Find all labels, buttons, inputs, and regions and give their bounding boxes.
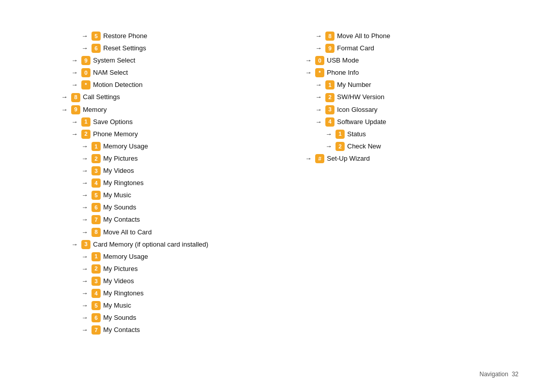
menu-badge: 1 [92, 142, 101, 151]
menu-badge: 6 [92, 203, 101, 212]
menu-badge: 2 [81, 130, 90, 139]
menu-label: My Number [337, 79, 371, 91]
arrow-icon: → [315, 43, 322, 54]
menu-badge: 6 [92, 313, 101, 322]
arrow-icon: → [81, 324, 88, 336]
menu-label: My Sounds [103, 202, 136, 213]
menu-badge: 3 [325, 105, 334, 114]
list-item: →9Memory [61, 104, 274, 115]
menu-label: Icon Glossary [337, 104, 377, 115]
arrow-icon: → [305, 153, 312, 164]
menu-label: Format Card [337, 43, 374, 54]
menu-badge: 8 [71, 93, 80, 102]
arrow-icon: → [81, 177, 88, 189]
menu-badge: 4 [325, 117, 334, 127]
arrow-icon: → [315, 92, 322, 103]
menu-label: Memory [83, 104, 107, 115]
menu-badge: 3 [92, 166, 101, 175]
list-item: →0NAM Select [61, 67, 274, 78]
arrow-icon: → [71, 116, 78, 128]
menu-label: My Ringtones [103, 288, 143, 299]
list-item: →1Memory Usage [61, 251, 274, 262]
list-item: →9Format Card [305, 43, 518, 54]
arrow-icon: → [61, 104, 68, 115]
arrow-icon: → [325, 129, 332, 140]
list-item: →5My Music [61, 300, 274, 311]
menu-label: USB Mode [327, 55, 359, 66]
menu-badge: 1 [336, 130, 345, 139]
arrow-icon: → [81, 288, 88, 299]
menu-badge: 4 [92, 178, 101, 188]
menu-badge: 8 [92, 228, 101, 237]
menu-label: Motion Detection [93, 79, 143, 91]
arrow-icon: → [81, 202, 88, 213]
menu-badge: * [81, 80, 90, 89]
menu-badge: 5 [92, 32, 101, 41]
list-item: →1Memory Usage [61, 141, 274, 152]
menu-label: Software Update [337, 116, 386, 128]
menu-label: Reset Settings [103, 43, 146, 54]
menu-label: Phone Info [327, 67, 359, 78]
list-item: →#Set-Up Wizard [305, 153, 518, 164]
menu-badge: 9 [325, 44, 334, 53]
arrow-icon: → [81, 300, 88, 311]
menu-label: My Music [103, 190, 131, 201]
menu-badge: 7 [92, 215, 101, 224]
arrow-icon: → [81, 214, 88, 225]
menu-badge: 6 [92, 44, 101, 53]
menu-label: Move All to Phone [337, 31, 390, 42]
list-item: →8Move All to Phone [305, 31, 518, 42]
list-item: →6Reset Settings [61, 43, 274, 54]
menu-badge: 1 [81, 117, 90, 127]
menu-label: Memory Usage [103, 141, 148, 152]
menu-badge: 9 [71, 105, 80, 114]
arrow-icon: → [71, 67, 78, 78]
menu-badge: 0 [315, 56, 324, 65]
arrow-icon: → [81, 43, 88, 54]
arrow-icon: → [71, 239, 78, 250]
menu-label: Call Settings [83, 92, 120, 103]
arrow-icon: → [315, 31, 322, 42]
list-item: →4Software Update [305, 116, 518, 128]
arrow-icon: → [81, 141, 88, 152]
page-content: →5Restore Phone→6Reset Settings→9System … [0, 0, 549, 392]
menu-badge: 2 [325, 93, 334, 102]
list-item: →5My Music [61, 190, 274, 201]
menu-label: Restore Phone [103, 31, 147, 42]
arrow-icon: → [71, 129, 78, 140]
list-item: →1Status [305, 129, 518, 140]
list-item: →1Save Options [61, 116, 274, 128]
menu-label: Set-Up Wizard [327, 153, 370, 164]
menu-label: Card Memory (if optional card installed) [93, 239, 208, 250]
list-item: →4My Ringtones [61, 177, 274, 189]
arrow-icon: → [81, 190, 88, 201]
menu-badge: * [315, 68, 324, 77]
menu-label: My Contacts [103, 324, 140, 336]
arrow-icon: → [315, 104, 322, 115]
list-item: →6My Sounds [61, 202, 274, 213]
arrow-icon: → [81, 312, 88, 323]
list-item: →8Move All to Card [61, 227, 274, 238]
footer: Navigation 32 [479, 371, 518, 378]
menu-label: My Videos [103, 165, 134, 176]
menu-label: My Contacts [103, 214, 140, 225]
menu-badge: 2 [336, 142, 345, 151]
menu-label: SW/HW Version [337, 92, 384, 103]
list-item: →8Call Settings [61, 92, 274, 103]
arrow-icon: → [315, 116, 322, 128]
arrow-icon: → [315, 79, 322, 91]
menu-badge: 9 [81, 56, 90, 65]
list-item: →3Icon Glossary [305, 104, 518, 115]
list-item: →1My Number [305, 79, 518, 91]
menu-badge: 3 [81, 240, 90, 249]
left-column: →5Restore Phone→6Reset Settings→9System … [61, 31, 274, 372]
list-item: →6My Sounds [61, 312, 274, 323]
list-item: →4My Ringtones [61, 288, 274, 299]
menu-label: Save Options [93, 116, 133, 128]
list-item: →2Phone Memory [61, 129, 274, 140]
menu-label: System Select [93, 55, 135, 66]
footer-label: Navigation [479, 371, 508, 378]
menu-label: My Videos [103, 276, 134, 287]
arrow-icon: → [71, 79, 78, 91]
menu-label: My Sounds [103, 312, 136, 323]
